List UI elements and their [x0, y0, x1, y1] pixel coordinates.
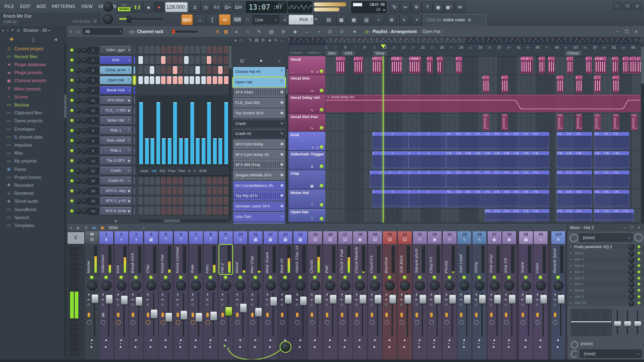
channel-led[interactable] — [70, 189, 73, 192]
step-cell[interactable] — [195, 46, 200, 54]
picker-item-fls-gun-001[interactable]: FLS_Gun 001◉ — [233, 98, 285, 108]
step-cell[interactable] — [224, 197, 229, 205]
channel-led[interactable] — [70, 149, 73, 152]
browser-tab-plugins-icon[interactable]: ✚ — [9, 36, 13, 42]
mute-dot[interactable] — [310, 303, 313, 306]
step-cell[interactable] — [218, 76, 223, 84]
fader-thumb[interactable] — [106, 295, 113, 304]
fx-time-value[interactable]: (none) — [581, 341, 593, 346]
step-cell[interactable] — [213, 207, 217, 215]
velocity-bar[interactable] — [202, 138, 205, 164]
channel-select-indicator[interactable] — [133, 137, 135, 145]
channel-pan-knob[interactable] — [75, 158, 81, 164]
mixer-strip-hats[interactable]: 8⊤Hats◂▸◂▸▲▲ — [204, 231, 218, 359]
slot-enable-led[interactable] — [638, 271, 640, 273]
browser-item-current-project[interactable]: ▯Current project — [0, 44, 64, 52]
arrangement-overview[interactable] — [288, 37, 641, 45]
step-cell[interactable] — [184, 197, 189, 205]
playhead-marker[interactable] — [381, 44, 386, 48]
mute-dot[interactable] — [430, 303, 433, 306]
strip-led[interactable] — [343, 276, 347, 279]
clock-icon[interactable] — [265, 320, 270, 325]
channel-volume-knob[interactable] — [81, 148, 87, 154]
graph-tab-vel[interactable]: Vel — [151, 169, 157, 173]
step-cell[interactable] — [144, 197, 149, 205]
pan-arrows-icon[interactable]: ◂▸ — [115, 298, 120, 302]
step-cell[interactable] — [207, 46, 211, 54]
channel-pan-knob[interactable] — [75, 178, 81, 184]
automation-clip-small[interactable]: ∿V.. — [613, 114, 619, 130]
tempo-display[interactable]: 128.000 ▴▾ — [165, 2, 188, 12]
step-cell[interactable] — [138, 197, 143, 205]
audio-clip[interactable]: ▸ ..l — [354, 57, 363, 74]
strip-led[interactable] — [478, 276, 481, 279]
step-cell[interactable] — [173, 177, 177, 185]
step-cell[interactable] — [184, 46, 189, 54]
sync-button[interactable]: ↻ — [389, 2, 400, 13]
clock-icon[interactable] — [535, 320, 540, 325]
channel-pan-knob[interactable] — [75, 189, 81, 194]
strip-pan-knob[interactable] — [146, 281, 156, 291]
mixer-strip-wood[interactable]: 10⠶Wood◂▸◂▸▲ — [234, 231, 247, 359]
pan-arrows-icon[interactable]: ◂▸ — [205, 298, 210, 302]
mute-dot[interactable] — [191, 303, 194, 306]
channel-volume-knob[interactable] — [81, 78, 87, 83]
picker-item-toy-rip-sfx[interactable]: Toy Rip SFX◉ — [233, 191, 285, 201]
menu-add[interactable]: ADD — [34, 4, 49, 9]
channel-number-badge[interactable]: 44 — [87, 208, 99, 215]
record-arm-capsule-icon[interactable] — [206, 313, 209, 317]
strip-pan-knob[interactable] — [553, 281, 564, 291]
stereo-separation-icon[interactable]: ◂▸ — [535, 292, 539, 297]
mute-dot[interactable] — [87, 303, 90, 306]
channel-select-indicator[interactable] — [133, 96, 135, 104]
mixer-strip-square-pluck[interactable]: 22⊓Square pluck◂▸◂▸▲▲ — [413, 231, 427, 359]
step-cell[interactable] — [224, 66, 229, 74]
step-cell[interactable] — [201, 66, 206, 74]
track-expand-arrow[interactable]: ▴ — [316, 146, 318, 149]
stereo-separation-icon[interactable]: ◂▸ — [250, 292, 254, 297]
record-arm-capsule-icon[interactable] — [356, 313, 358, 317]
channel-number-badge[interactable]: 31 — [87, 168, 99, 175]
channel-number-badge[interactable]: 6 — [87, 127, 99, 134]
mixer-strip-chord-pad[interactable]: 17ШChord + Pad◂▸◂▸▲ — [338, 231, 352, 359]
audio-clip[interactable]: ▸ — [567, 57, 573, 74]
slide-button[interactable]: ʃ — [206, 14, 218, 25]
route-arrow-icon[interactable]: ▲ — [328, 345, 331, 349]
channel-pan-knob[interactable] — [75, 68, 81, 73]
track-header[interactable]: Vocal Dist...∞ — [288, 75, 325, 94]
fx-slot-8[interactable]: ▸Slot 8 — [568, 287, 644, 293]
mixer-strip-master[interactable]: M⊟Master◂▸◂▸▲▲ — [85, 231, 99, 359]
track-expand-arrow[interactable]: ▴ — [316, 70, 318, 73]
pan-arrows-icon[interactable]: ◂▸ — [324, 298, 329, 302]
route-arrow-small-icon[interactable]: ▲ — [493, 342, 495, 344]
channel-button-sfx-disto[interactable]: SFX Disto◉ — [100, 96, 132, 104]
plugin-button[interactable]: ϟ — [399, 14, 409, 25]
clock-icon[interactable] — [459, 320, 464, 325]
pan-arrows-icon[interactable]: ◂▸ — [160, 298, 165, 302]
step-cell[interactable] — [173, 207, 177, 215]
strip-led[interactable] — [507, 276, 511, 279]
record-arm-capsule-icon[interactable] — [221, 313, 224, 317]
slot-label[interactable]: Slot 7 — [574, 282, 584, 286]
route-arrow-icon[interactable]: ▲ — [164, 345, 167, 349]
channel-rack-titlebar[interactable]: ▸ ▭ All ▸ ◁▷ Channel rack ılı. ▦ — [67, 26, 232, 37]
mixer-strip-plucky[interactable]: 24⊓Plucky◂▸◂▸▲▲ — [443, 231, 457, 359]
browser-title[interactable]: Browser - All — [23, 28, 47, 33]
piano-roll-panel-button[interactable]: ▩ — [336, 14, 346, 25]
browser-item-channel-presets[interactable]: ▣Channel presets — [0, 77, 64, 85]
fx-slot-1[interactable]: ▸Fruity parametric EQ 2 — [568, 244, 644, 250]
clock-icon[interactable] — [489, 320, 494, 325]
step-cell[interactable] — [207, 177, 211, 185]
browser-item-il-shared-data[interactable]: ▭IL shared data — [0, 133, 64, 141]
strip-led[interactable] — [358, 276, 361, 279]
clock-icon[interactable] — [176, 320, 180, 325]
browser-item-scores[interactable]: ♪Scores — [0, 93, 64, 101]
channel-select-indicator[interactable] — [133, 147, 135, 155]
pattern-clip[interactable]: Ξ O..Ξ O..Ξ O..Ξ O.. — [594, 209, 634, 221]
clock-icon[interactable] — [221, 320, 225, 325]
fx-slot-5[interactable]: ▸Slot 5 — [568, 269, 644, 275]
browser-item-misc[interactable]: ▭Misc — [0, 149, 64, 157]
strip-led[interactable] — [194, 276, 197, 279]
fader-thumb[interactable] — [300, 296, 307, 305]
strip-pan-knob[interactable] — [206, 281, 216, 291]
